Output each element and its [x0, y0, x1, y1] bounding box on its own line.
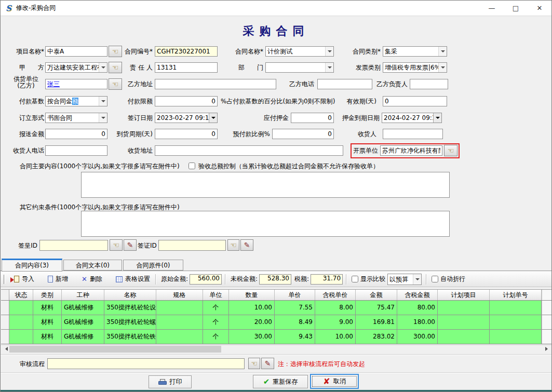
col-unit[interactable]: 单位 [203, 290, 229, 300]
scrollbar-thumb[interactable] [9, 346, 221, 353]
tab-contract-content[interactable]: 合同内容(3) [2, 259, 62, 272]
calendar-dropdown-icon[interactable] [433, 113, 441, 123]
cell-plan-item[interactable] [438, 315, 490, 329]
cell-worktype[interactable]: G机械维修 [62, 301, 104, 315]
col-plan-no[interactable]: 计划单号 [490, 290, 542, 300]
prepay-percent-input[interactable] [272, 129, 334, 139]
cell-unit[interactable]: 个 [203, 330, 229, 344]
cell-price-tax[interactable]: 9.00 [315, 315, 356, 329]
show-compare-checkbox[interactable] [352, 276, 358, 282]
cell-unit[interactable]: 个 [203, 301, 229, 315]
cell-plan-no[interactable] [490, 330, 542, 344]
chevron-down-icon[interactable] [438, 63, 447, 72]
col-status[interactable]: 状态 [9, 290, 33, 300]
cell-plan-no[interactable] [490, 315, 542, 329]
visa-id-input[interactable] [158, 240, 226, 251]
grid-row-1[interactable]: 材料 G机械维修 350搅拌机砼轮设 个 10.00 7.55 8.00 75.… [1, 301, 551, 315]
col-price[interactable]: 单价 [275, 290, 315, 300]
add-button[interactable]: 新增 [46, 274, 70, 285]
invoice-unit-input[interactable] [380, 145, 442, 156]
col-worktype[interactable]: 工种 [62, 290, 104, 300]
sign-date-picker[interactable]: 2023-02-27 09:15: [155, 113, 218, 123]
compare-mode-combo[interactable]: 以预算 [387, 274, 422, 285]
cell-amount-tax[interactable]: 300.00 [397, 330, 438, 344]
invoice-unit-browse-button[interactable]: ☜ [444, 145, 457, 156]
col-price-tax[interactable]: 含税单价 [315, 290, 356, 300]
col-name[interactable]: 名称 [104, 290, 156, 300]
cell-worktype[interactable]: G机械维修 [62, 315, 104, 329]
supplier-input[interactable] [45, 79, 107, 89]
close-button[interactable]: ✕ [528, 1, 551, 16]
grid-row-3[interactable]: 材料 G机械维修 350搅拌机砼轮铁 个 30.00 9.43 10.00 28… [1, 330, 551, 344]
deposit-due-picker[interactable]: 2024-02-27 09:15: [382, 113, 442, 123]
tab-contract-original[interactable]: 合同原件(0) [123, 260, 183, 271]
party-b-phone-input[interactable] [317, 79, 372, 89]
receive-address-input[interactable] [155, 145, 343, 156]
cell-unit[interactable]: 个 [203, 315, 229, 329]
responsible-input[interactable] [155, 62, 218, 73]
visa-id-browse-button[interactable]: ☜ [227, 239, 239, 251]
cell-category[interactable]: 材料 [33, 301, 62, 315]
report-amount-input[interactable] [45, 129, 107, 139]
cell-status[interactable] [9, 301, 33, 315]
department-combo[interactable] [265, 62, 334, 73]
tab-contract-text[interactable]: 合同文本(0) [63, 260, 122, 271]
cell-amount-tax[interactable]: 80.00 [397, 301, 438, 315]
minimize-button[interactable]: — [480, 1, 504, 16]
party-b-address-input[interactable] [155, 79, 276, 89]
cell-spec[interactable] [156, 301, 203, 315]
cell-amount-tax[interactable]: 180.00 [397, 315, 438, 329]
maximize-button[interactable]: □ [504, 1, 528, 16]
cell-qty[interactable]: 10.00 [229, 301, 275, 315]
sign-id-input[interactable] [39, 240, 108, 251]
chevron-down-icon[interactable] [99, 97, 107, 106]
grid-settings-button[interactable]: 表格设置 [114, 274, 152, 285]
chevron-down-icon[interactable] [413, 274, 421, 285]
chevron-down-icon[interactable] [325, 63, 333, 72]
cell-amount[interactable]: 283.02 [356, 330, 397, 344]
col-qty[interactable]: 数量 [229, 290, 275, 300]
main-content-textarea[interactable] [81, 172, 450, 198]
col-amount-tax[interactable]: 含税金额 [397, 290, 438, 300]
col-amount[interactable]: 金额 [356, 290, 397, 300]
chevron-down-icon[interactable] [99, 63, 107, 72]
review-flow-edit-button[interactable]: ✎ [261, 358, 274, 369]
col-category[interactable]: 类别 [33, 290, 62, 300]
row-selector[interactable] [1, 301, 9, 315]
visa-id-edit-button[interactable]: ✎ [240, 239, 253, 251]
contract-type-combo[interactable]: 集采 [383, 46, 447, 57]
cell-price-tax[interactable]: 8.00 [315, 301, 356, 315]
sign-id-browse-button[interactable]: ☜ [110, 239, 123, 251]
cell-name[interactable]: 350搅拌机砼轮设 [104, 301, 156, 315]
contract-no-input[interactable] [155, 46, 218, 57]
cell-qty[interactable]: 30.00 [229, 330, 275, 344]
party-a-combo[interactable]: 万达建筑安装工程有 [45, 62, 107, 73]
cell-spec[interactable] [156, 315, 203, 329]
cell-price[interactable]: 8.49 [275, 315, 315, 329]
cell-status[interactable] [9, 315, 33, 329]
contract-name-combo[interactable]: 计价测试 [265, 46, 334, 57]
receiver-input[interactable] [383, 129, 443, 139]
sign-id-edit-button[interactable]: ✎ [124, 239, 137, 251]
col-spec[interactable]: 规格 [156, 290, 203, 300]
valid-days-input[interactable] [383, 96, 447, 106]
col-plan-item[interactable]: 计划项目 [438, 290, 490, 300]
scroll-right-arrow[interactable] [543, 345, 551, 353]
cell-price-tax[interactable]: 10.00 [315, 330, 356, 344]
resave-button[interactable]: ✔ 重新保存 [253, 375, 308, 388]
project-name-input[interactable] [45, 46, 107, 57]
deposit-input[interactable] [291, 113, 334, 123]
cell-status[interactable] [9, 330, 33, 344]
invoice-type-combo[interactable]: 增值税专用发票|6% [383, 62, 447, 73]
cell-plan-item[interactable] [438, 330, 490, 344]
print-button[interactable]: 打印 [149, 375, 192, 388]
delivery-cycle-input[interactable] [155, 129, 218, 139]
cell-amount[interactable]: 75.47 [356, 301, 397, 315]
row-selector[interactable] [1, 315, 9, 329]
scroll-left-arrow[interactable] [1, 345, 9, 353]
cell-name[interactable]: 350搅拌机砼轮螺 [104, 315, 156, 329]
horizontal-scrollbar[interactable] [1, 345, 551, 353]
cancel-button[interactable]: ✘ 取消 [310, 374, 359, 389]
cell-plan-no[interactable] [490, 301, 542, 315]
auto-wrap-checkbox[interactable] [432, 276, 438, 282]
